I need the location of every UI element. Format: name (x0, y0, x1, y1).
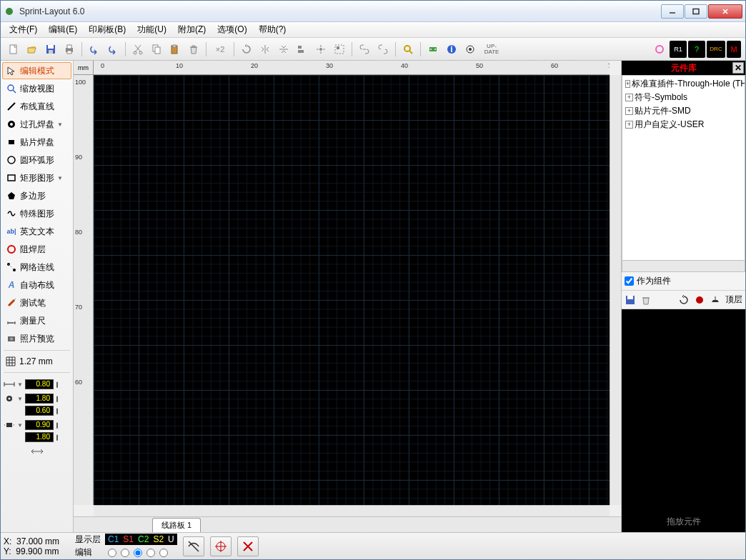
undo-icon[interactable] (86, 41, 103, 58)
status-btn-cross[interactable] (237, 536, 259, 556)
menu-edit[interactable]: 编辑(E) (43, 21, 83, 38)
as-component-checkbox[interactable] (625, 276, 634, 286)
maximize-button[interactable] (685, 4, 707, 19)
tool-measure[interactable]: 测量尺 (2, 312, 71, 329)
poly-icon (6, 190, 17, 201)
save-icon[interactable] (42, 41, 59, 58)
snap-icon[interactable] (312, 41, 329, 58)
update-icon[interactable]: UP-DATE (480, 41, 503, 58)
zoom-icon[interactable] (399, 41, 417, 58)
param-pad-outer[interactable]: ▼1.80∥ (2, 392, 71, 405)
param-smd-h[interactable]: 1.80∥ (2, 431, 71, 444)
component-preview[interactable]: 拖放元件 (622, 309, 745, 532)
layer-u-radio[interactable] (159, 549, 168, 557)
param-pad-inner[interactable]: 0.60∥ (2, 404, 71, 417)
pcb-canvas[interactable] (94, 75, 610, 505)
link-icon[interactable] (356, 41, 373, 58)
redo-icon[interactable] (104, 41, 121, 58)
drc-icon[interactable]: DRC (707, 41, 725, 58)
tab-board-1[interactable]: 线路板 1 (152, 518, 201, 532)
help2-icon[interactable]: ? (688, 41, 705, 58)
open-icon[interactable] (24, 41, 41, 58)
circle-icon (6, 154, 17, 166)
param-smd-w[interactable]: ▼0.90∥ (2, 419, 71, 431)
tree-node-user[interactable]: +用户自定义-USER (624, 118, 743, 131)
tool-rect[interactable]: 矩形图形▼ (2, 169, 71, 186)
param-track-width[interactable]: ▼0.80∥ (2, 378, 71, 391)
tool-poly[interactable]: 多边形 (2, 187, 71, 204)
paste-icon[interactable] (166, 41, 184, 58)
minimize-button[interactable] (661, 4, 684, 19)
print-icon[interactable] (61, 41, 78, 58)
close-button[interactable] (708, 4, 742, 19)
svg-rect-14 (173, 45, 176, 47)
align-icon[interactable] (294, 41, 311, 58)
rotate-icon[interactable] (238, 41, 255, 58)
text-icon: ab| (6, 226, 17, 237)
tool-text[interactable]: ab|英文文本 (2, 223, 71, 240)
tool-circle[interactable]: 圆环弧形 (2, 151, 71, 169)
tool-auto[interactable]: A自动布线 (2, 276, 71, 294)
status-btn-1[interactable] (183, 536, 204, 556)
pattern-icon[interactable] (462, 41, 479, 58)
grid-size[interactable]: 1.27 mm (2, 353, 71, 370)
record-icon[interactable] (651, 41, 668, 58)
tool-special[interactable]: 特殊图形 (2, 205, 71, 222)
m-icon[interactable]: M (727, 41, 741, 58)
layer-s2-radio[interactable] (146, 549, 155, 557)
layer-s1-radio[interactable] (121, 549, 129, 557)
info-icon[interactable]: i (443, 41, 460, 58)
menu-add[interactable]: 附加(Z) (172, 21, 212, 38)
unlink-icon[interactable] (374, 41, 392, 58)
menu-help[interactable]: 帮助(?) (253, 21, 292, 38)
tool-track[interactable]: 布线直线 (2, 98, 71, 115)
tool-photo[interactable]: 照片预览 (2, 330, 71, 347)
menu-file[interactable]: 文件(F) (4, 21, 43, 38)
menu-options[interactable]: 选项(O) (212, 21, 252, 38)
library-tree[interactable]: +标准直插件-Through-Hole (TH) +符号-Symbols +贴片… (622, 75, 745, 261)
camera-icon (6, 333, 17, 344)
svg-rect-1 (693, 9, 699, 14)
comp-save-icon[interactable] (625, 294, 636, 306)
param-swap[interactable] (2, 445, 71, 458)
tree-node-smd[interactable]: +贴片元件-SMD (624, 104, 743, 118)
comp-delete-icon[interactable] (640, 294, 652, 306)
mirror-h-icon[interactable] (257, 41, 274, 58)
new-icon[interactable] (5, 41, 22, 58)
horizontal-scrollbar[interactable] (94, 505, 610, 516)
tree-node-th[interactable]: +标准直插件-Through-Hole (TH) (624, 77, 743, 91)
conn-icon (6, 261, 17, 273)
delete-icon[interactable] (185, 41, 202, 58)
tool-pad[interactable]: 过孔焊盘▼ (2, 116, 71, 133)
group-icon[interactable] (331, 41, 348, 58)
comp-rotate-icon[interactable] (678, 294, 690, 306)
comp-record-icon[interactable] (694, 294, 705, 306)
menu-func[interactable]: 功能(U) (131, 21, 172, 38)
status-btn-origin[interactable] (210, 536, 232, 556)
vertical-scrollbar[interactable] (610, 75, 621, 505)
r1-icon[interactable]: R1 (670, 41, 687, 58)
library-close-icon[interactable]: ✕ (732, 62, 744, 74)
mirror-v-icon[interactable] (275, 41, 292, 58)
svg-point-33 (8, 156, 15, 164)
tool-solder[interactable]: 阻焊层 (2, 241, 71, 258)
tree-node-symbols[interactable]: +符号-Symbols (624, 91, 743, 104)
layer-c2-radio[interactable] (134, 549, 142, 557)
comp-layer-icon[interactable] (710, 294, 721, 306)
duplicate-icon[interactable]: ×2 (210, 41, 230, 58)
cut-icon[interactable] (129, 41, 146, 58)
tool-smd[interactable]: 贴片焊盘 (2, 134, 71, 151)
layer-c1-radio[interactable] (108, 549, 116, 557)
tool-conn[interactable]: 网络连线 (2, 259, 71, 276)
statusbar: X: 37.000 mm Y: 99.900 mm 显示层 C1 S1 C2 S… (1, 532, 745, 559)
menu-board[interactable]: 印刷板(B) (83, 21, 131, 38)
magnify-icon (6, 83, 17, 94)
component-icon[interactable] (424, 41, 442, 58)
separator (234, 42, 234, 56)
copy-icon[interactable] (148, 41, 165, 58)
tool-edit[interactable]: 编辑模式 (2, 62, 71, 79)
tool-zoom[interactable]: 缩放视图 (2, 80, 71, 97)
app-window: Sprint-Layout 6.0 文件(F) 编辑(E) 印刷板(B) 功能(… (0, 0, 746, 560)
tree-scrollbar[interactable] (622, 261, 745, 272)
tool-test[interactable]: 测试笔 (2, 294, 71, 311)
